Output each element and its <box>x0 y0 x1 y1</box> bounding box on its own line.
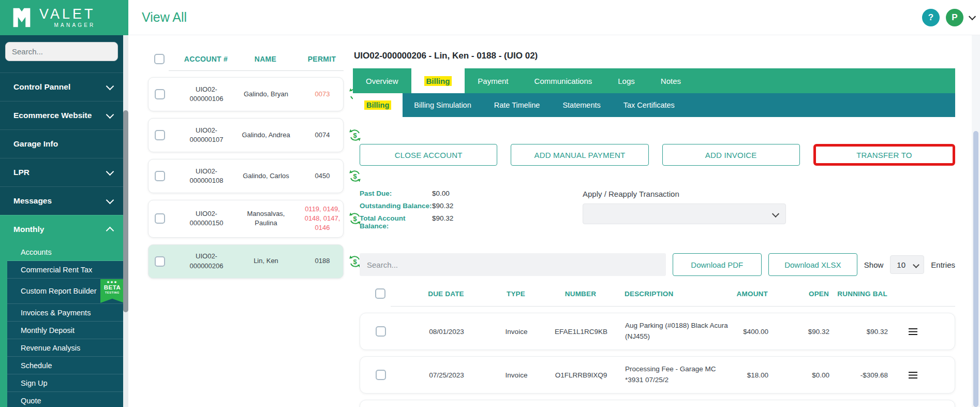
account-checkbox[interactable] <box>155 171 165 181</box>
account-checkbox[interactable] <box>155 256 165 267</box>
add-invoice-button[interactable]: ADD INVOICE <box>662 144 800 166</box>
menu-label: LPR <box>13 168 29 177</box>
invoice-table-header: DUE DATE TYPE NUMBER DESCRIPTION AMOUNT … <box>360 288 955 299</box>
account-row[interactable]: UIO02-000000107 Galindo, Andrea 0074 $ <box>148 118 344 152</box>
row-menu-icon[interactable] <box>909 328 917 330</box>
column-header-description[interactable]: DESCRIPTION <box>622 290 736 298</box>
sidebar-subitem-invoices-payments[interactable]: Invoices & Payments <box>7 304 128 322</box>
tab-payment[interactable]: Payment <box>465 68 521 93</box>
sidebar-item-garage-info[interactable]: Garage Info <box>0 129 128 158</box>
sidebar-item-lpr[interactable]: LPR <box>0 158 128 186</box>
total-account-balance-label: Total Account Balance: <box>360 214 432 230</box>
tab-billing[interactable]: Billing <box>411 68 465 93</box>
past-due-label: Past Due: <box>360 190 432 197</box>
content: ACCOUNT # NAME PERMIT UIO02-000000106 Ga… <box>128 35 980 407</box>
account-detail-panel: UIO02-000000206 - Lin, Ken - 0188 - (UIO… <box>344 43 980 407</box>
subtab-tax-certificates[interactable]: Tax Certificates <box>612 93 686 117</box>
account-checkbox[interactable] <box>155 130 165 140</box>
sidebar-subitem-monthly-deposit[interactable]: Monthly Deposit <box>7 322 128 339</box>
sidebar-item-monthly[interactable]: Monthly <box>0 215 128 243</box>
sidebar-subitem-custom-report-builder[interactable]: Custom Report Builder ✱✱✱ BETA TESTING <box>7 279 128 304</box>
invoice-search-input[interactable] <box>360 253 666 276</box>
tab-logs[interactable]: Logs <box>605 68 648 93</box>
sidebar-subitem-commercial-rent-tax[interactable]: Commercial Rent Tax <box>7 261 128 279</box>
profile-button[interactable]: P <box>946 9 963 26</box>
app-logo[interactable]: VALET MANAGER <box>0 0 128 35</box>
row-menu-icon[interactable] <box>909 372 917 373</box>
sidebar-subitem-accounts[interactable]: Accounts <box>7 243 128 261</box>
subtab-billing-simulation[interactable]: Billing Simulation <box>403 93 482 117</box>
tab-label: Logs <box>618 77 635 85</box>
column-header-permit[interactable]: PERMIT <box>296 55 348 63</box>
sidebar-subitem-schedule[interactable]: Schedule <box>7 357 128 374</box>
account-row[interactable]: UIO02-000000108 Galindo, Carlos 0450 $ <box>148 159 344 193</box>
page-scrollbar-thumb[interactable] <box>973 131 978 407</box>
chevron-down-icon <box>106 167 114 176</box>
column-header-type[interactable]: TYPE <box>493 290 539 298</box>
apply-transaction-label: Apply / Reapply Transaction <box>583 190 786 198</box>
help-button[interactable]: ? <box>922 9 940 26</box>
invoice-row[interactable]: 08/01/2023 Invoice EFAE1L1RC9KB Aug Park… <box>360 313 955 350</box>
submenu-label: Quote <box>21 397 41 405</box>
subtab-statements[interactable]: Statements <box>551 93 612 117</box>
sidebar-item-messages[interactable]: Messages <box>0 186 128 215</box>
tab-overview[interactable]: Overview <box>353 68 411 93</box>
invoice-checkbox[interactable] <box>376 370 386 380</box>
sidebar-scrollbar-track[interactable] <box>123 35 128 407</box>
select-all-checkbox[interactable] <box>154 54 165 64</box>
invoice-checkbox[interactable] <box>376 326 386 337</box>
entries-label: Entries <box>931 260 955 269</box>
subtab-billing[interactable]: Billing <box>353 93 403 117</box>
total-account-balance-value: $90.32 <box>432 214 453 222</box>
account-checkbox[interactable] <box>155 213 165 224</box>
sidebar-item-control-pannel[interactable]: Control Pannel <box>0 72 128 101</box>
invoice-row[interactable]: 07/25/2023 Invoice O1FLRRB9IXQ9 Processi… <box>360 356 955 394</box>
sidebar-subitem-sign-up[interactable]: Sign Up <box>7 374 128 392</box>
account-permit: 0188 <box>296 256 348 266</box>
column-header-open[interactable]: OPEN <box>770 290 831 298</box>
account-checkbox[interactable] <box>155 89 165 99</box>
sidebar-subitem-revenue-analysis[interactable]: Revenue Analysis <box>7 339 128 357</box>
account-name: Galindo, Carlos <box>235 171 296 181</box>
page-scrollbar-track[interactable] <box>972 35 980 407</box>
sidebar-subitem-quote[interactable]: Quote <box>7 392 128 407</box>
sidebar-scrollbar-thumb[interactable] <box>123 110 128 312</box>
apply-transaction-select[interactable] <box>583 204 786 224</box>
column-header-number[interactable]: NUMBER <box>539 290 622 298</box>
download-pdf-button[interactable]: Download PDF <box>673 253 762 276</box>
column-header-due-date[interactable]: DUE DATE <box>399 290 493 298</box>
subtab-label: Tax Certificates <box>623 101 675 109</box>
column-header-name[interactable]: NAME <box>235 55 296 63</box>
badge-line2: TESTING <box>100 292 124 295</box>
tab-notes[interactable]: Notes <box>648 68 694 93</box>
invoice-row[interactable]: 07/25/2023 Payment Credit Garage MC *393… <box>360 400 955 407</box>
account-row[interactable]: UIO02-000000106 Galindo, Bryan 0073 $ <box>148 77 344 111</box>
open-cell: $0.00 <box>770 371 831 379</box>
entries-per-page-select[interactable]: 10 <box>890 255 924 274</box>
column-header-running-bal[interactable]: RUNNING BAL <box>831 290 889 298</box>
account-row[interactable]: UIO02-000000150 Manosalvas, Paulina 0119… <box>148 200 344 238</box>
column-header-amount[interactable]: AMOUNT <box>736 290 770 298</box>
account-row-selected[interactable]: UIO02-000000206 Lin, Ken 0188 $ <box>148 244 344 279</box>
account-permit: 0073 <box>296 90 348 99</box>
running-bal-cell: $90.32 <box>831 328 890 336</box>
profile-chevron-icon[interactable] <box>969 12 976 20</box>
chevron-down-icon <box>772 210 779 217</box>
type-cell: Invoice <box>493 328 540 336</box>
subtab-rate-timeline[interactable]: Rate Timeline <box>483 93 552 117</box>
submenu-label: Accounts <box>21 248 52 256</box>
due-date-cell: 08/01/2023 <box>400 328 493 336</box>
account-number: UIO02-000000150 <box>185 209 228 228</box>
select-all-invoices-checkbox[interactable] <box>375 288 385 299</box>
close-account-button[interactable]: CLOSE ACCOUNT <box>360 144 497 166</box>
sidebar-search-input[interactable] <box>5 42 118 61</box>
column-header-account[interactable]: ACCOUNT # <box>177 55 235 63</box>
divider <box>169 70 344 71</box>
transfer-to-button[interactable]: TRANSFER TO <box>813 144 955 166</box>
balance-row: Past Due: $0.00 <box>360 190 515 197</box>
download-xlsx-button[interactable]: Download XLSX <box>768 253 857 276</box>
add-manual-payment-button[interactable]: ADD MANUAL PAYMENT <box>511 144 648 166</box>
tab-communications[interactable]: Communications <box>522 68 605 93</box>
tab-label: Notes <box>661 77 681 85</box>
sidebar-item-ecommerce-website[interactable]: Ecommerce Website <box>0 101 128 129</box>
